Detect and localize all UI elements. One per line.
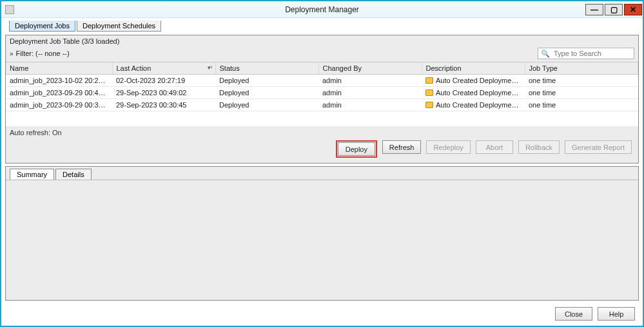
close-button[interactable]: Close — [555, 307, 592, 321]
details-panel: Summary Details — [5, 166, 639, 301]
col-status[interactable]: Status — [215, 62, 318, 75]
cell-status: Deployed — [215, 75, 318, 87]
cell-job-type: one time — [525, 75, 638, 87]
cell-description: Auto Created Deployment Job in Non ... — [422, 75, 525, 87]
grid-header-row: Name Last Action ▾¹ Status Changed By De… — [6, 62, 638, 75]
cell-name: admin_job_2023-09-29 00:30:09.419 — [6, 99, 112, 111]
tab-deployment-schedules[interactable]: Deployment Schedules — [77, 21, 161, 32]
folder-icon — [425, 102, 433, 108]
cell-last-action: 02-Oct-2023 20:27:19 — [112, 75, 215, 87]
cell-name: admin_job_2023-09-29 00:48:45.286 — [6, 87, 112, 99]
job-table-title: Deployment Job Table (3/3 loaded) — [6, 35, 638, 46]
search-icon: 🔍 — [541, 50, 550, 58]
cell-status: Deployed — [215, 87, 318, 99]
job-table-panel: Deployment Job Table (3/3 loaded) » Filt… — [5, 35, 639, 164]
deploy-highlight: Deploy — [336, 140, 377, 158]
tab-deployment-jobs[interactable]: Deployment Jobs — [9, 21, 75, 32]
bottom-tabs: Summary Details — [6, 167, 638, 180]
deploy-button[interactable]: Deploy — [338, 142, 375, 156]
table-row[interactable]: admin_job_2023-10-02 20:27:09.39602-Oct-… — [6, 75, 638, 87]
deployment-manager-window: Deployment Manager — ▢ ✕ Deployment Jobs… — [0, 0, 644, 327]
table-row[interactable]: admin_job_2023-09-29 00:30:09.41929-Sep-… — [6, 99, 638, 111]
window-title: Deployment Manager — [1, 5, 643, 14]
sort-indicator-icon: ▾¹ — [208, 64, 213, 71]
rollback-button: Rollback — [518, 140, 560, 154]
filter-row: » Filter: (-- none --) 🔍 — [6, 46, 638, 62]
search-input[interactable] — [552, 49, 631, 58]
cell-last-action: 29-Sep-2023 00:30:45 — [112, 99, 215, 111]
cell-description: Auto Created Deployment Job in Non ... — [422, 87, 525, 99]
tab-details[interactable]: Details — [55, 169, 92, 180]
col-changed-by[interactable]: Changed By — [318, 62, 422, 75]
col-last-action[interactable]: Last Action ▾¹ — [112, 62, 215, 75]
generate-report-button: Generate Report — [565, 140, 632, 154]
window-body: Deployment Jobs Deployment Schedules Dep… — [1, 18, 643, 326]
tab-summary[interactable]: Summary — [10, 169, 54, 180]
search-box[interactable]: 🔍 — [538, 48, 634, 59]
refresh-button[interactable]: Refresh — [382, 140, 422, 154]
col-name[interactable]: Name — [6, 62, 112, 75]
cell-status: Deployed — [215, 99, 318, 111]
top-tabs: Deployment Jobs Deployment Schedules — [5, 21, 639, 32]
redeploy-button: Redeploy — [426, 140, 470, 154]
filter-expand-icon[interactable]: » — [10, 50, 12, 57]
cell-changed-by: admin — [318, 99, 422, 111]
col-description[interactable]: Description — [422, 62, 525, 75]
cell-changed-by: admin — [318, 87, 422, 99]
cell-job-type: one time — [525, 99, 638, 111]
cell-last-action: 29-Sep-2023 00:49:02 — [112, 87, 215, 99]
table-row[interactable]: admin_job_2023-09-29 00:48:45.28629-Sep-… — [6, 87, 638, 99]
cell-description: Auto Created Deployment Job in Non ... — [422, 99, 525, 111]
cell-job-type: one time — [525, 87, 638, 99]
help-button[interactable]: Help — [598, 307, 635, 321]
titlebar: Deployment Manager — ▢ ✕ — [1, 1, 643, 18]
job-grid: Name Last Action ▾¹ Status Changed By De… — [6, 62, 638, 126]
col-job-type[interactable]: Job Type — [525, 62, 638, 75]
auto-refresh-label: Auto refresh: On — [6, 126, 638, 136]
abort-button: Abort — [476, 140, 513, 154]
cell-changed-by: admin — [318, 75, 422, 87]
details-body — [6, 180, 638, 300]
folder-icon — [425, 89, 433, 96]
cell-name: admin_job_2023-10-02 20:27:09.396 — [6, 75, 112, 87]
filter-label: Filter: (-- none --) — [16, 50, 70, 57]
folder-icon — [425, 77, 433, 84]
action-buttons: Deploy Refresh Redeploy Abort Rollback G… — [6, 136, 638, 163]
footer-buttons: Close Help — [5, 303, 639, 321]
